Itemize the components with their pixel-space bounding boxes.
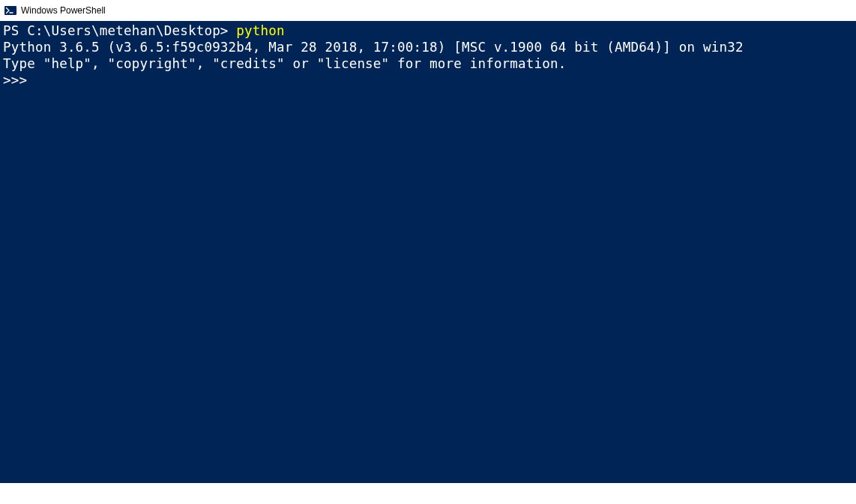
shell-prompt: PS C:\Users\metehan\Desktop> [3,23,236,38]
python-help-line: Type "help", "copyright", "credits" or "… [3,55,853,72]
terminal-area[interactable]: PS C:\Users\metehan\Desktop> pythonPytho… [0,21,856,483]
window-titlebar[interactable]: Windows PowerShell [0,0,856,21]
window-title: Windows PowerShell [21,5,106,16]
python-repl-prompt: >>> [3,72,853,88]
svg-rect-0 [4,6,16,15]
powershell-icon [4,4,16,16]
typed-command: python [236,23,284,38]
python-version-line: Python 3.6.5 (v3.6.5:f59c0932b4, Mar 28 … [3,39,853,55]
